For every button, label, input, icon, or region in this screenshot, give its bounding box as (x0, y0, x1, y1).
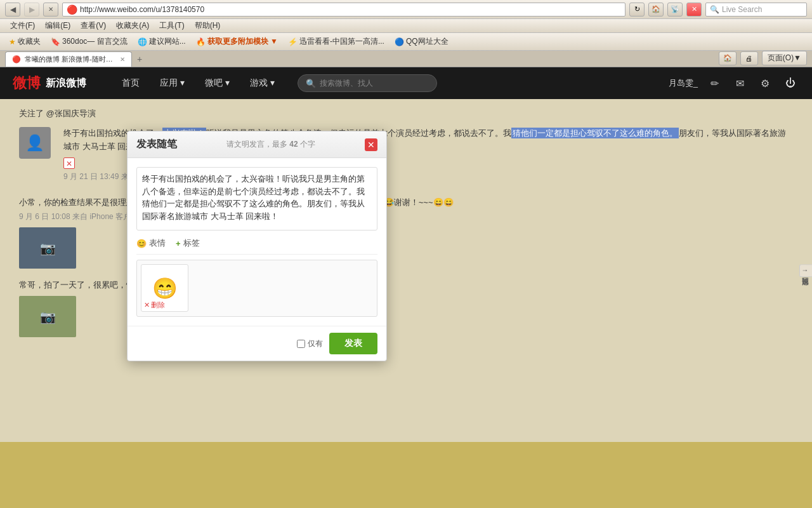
scroll-top-button[interactable]: ↑返回顶部 (799, 264, 812, 277)
bookmark-addons[interactable]: 🔥 获取更多附加模块 ▼ (192, 35, 282, 48)
browser-frame: ◀ ▶ ✕ 🔴 http://www.weibo.com/u/137814057… (0, 0, 812, 508)
menu-edit[interactable]: 编辑(E) (40, 19, 75, 32)
stop-button[interactable]: ✕ (43, 3, 58, 17)
bookmark-suggest[interactable]: 🌐 建议网站... (134, 35, 190, 48)
username: 月岛雯_ (669, 77, 698, 89)
xunlei-icon: ⚡ (288, 37, 298, 46)
modal-footer: 仅有 发表 (128, 326, 386, 361)
settings-button[interactable]: ⚙ (756, 74, 774, 92)
forward-button[interactable]: ▶ (24, 3, 39, 17)
mail-button[interactable]: ✉ (731, 74, 749, 92)
tab-favicon: 🔴 (12, 55, 21, 64)
weibo-logo: 微博 新浪微博 (13, 74, 86, 93)
menu-favorites[interactable]: 收藏夹(A) (111, 19, 154, 32)
bookmark-qq[interactable]: 🔵 QQ网址大全 (391, 35, 452, 48)
tab-close-button[interactable]: ✕ (120, 56, 125, 63)
weibo-favicon: 🔴 (67, 4, 77, 15)
bookmark-xunlei[interactable]: ⚡ 迅雷看看-中国第一高清... (284, 35, 388, 48)
search-placeholder-text: Live Search (722, 5, 762, 14)
nav-weiba[interactable]: 微吧 ▾ (195, 67, 240, 99)
emoji-item-1[interactable]: 😁 ✕ ✕ 删除 删除 (141, 264, 188, 312)
menu-view[interactable]: 查看(V) (75, 19, 111, 32)
privacy-checkbox[interactable] (297, 340, 305, 348)
menu-file[interactable]: 文件(F) (5, 19, 40, 32)
weibo-logo-icon: 微博 (13, 74, 41, 93)
modal-close-button[interactable]: ✕ (365, 138, 377, 151)
bookmark-icon-360: 🔖 (51, 37, 60, 46)
close-browser-button[interactable]: ✕ (686, 3, 702, 17)
tab-bar: 🔴 常曦的微博 新浪微博-随时随地分享身边的新... ✕ + 🏠 🖨 页面(O)… (0, 51, 812, 67)
weibo-nav: 首页 应用 ▾ 微吧 ▾ 游戏 ▾ (112, 67, 285, 99)
weibo-header: 微博 新浪微博 首页 应用 ▾ 微吧 ▾ 游戏 ▾ 🔍 搜索微博、找人 月岛雯_… (0, 67, 812, 99)
x-icon: ✕ (144, 301, 150, 309)
emoji-picker: 😁 ✕ ✕ 删除 删除 (136, 260, 377, 317)
weibo-logo-text: 新浪微博 (46, 77, 86, 90)
publish-button[interactable]: 发表 (329, 333, 377, 354)
weibo-search-placeholder: 搜索微博、找人 (320, 78, 373, 89)
weibo-search-icon: 🔍 (306, 79, 316, 88)
power-button[interactable]: ⏻ (782, 74, 799, 92)
user-area: 月岛雯_ ✏ ✉ ⚙ ⏻ (669, 74, 799, 92)
photo-thumb: 📷 (19, 227, 76, 269)
bookmarks-bar: ★ 收藏夹 🔖 360doc— 留言交流 🌐 建议网站... 🔥 获取更多附加模… (0, 33, 812, 51)
home-button[interactable]: 🏠 (648, 3, 664, 17)
address-bar[interactable]: 🔴 http://www.weibo.com/u/1378140570 (62, 3, 625, 17)
tag-button[interactable]: + 标签 (176, 237, 200, 249)
nav-home[interactable]: 首页 (112, 67, 150, 99)
fire-icon: 🔥 (196, 37, 206, 46)
qq-icon: 🔵 (395, 37, 404, 46)
new-tab-button[interactable]: + (132, 51, 147, 67)
page-button[interactable]: 页面(O)▼ (762, 51, 807, 65)
modal-header: 发表随笔 请文明发言，最多 42 个字 ✕ (128, 131, 386, 158)
emoji-button[interactable]: 😊 表情 (136, 237, 166, 249)
delete-emoji-button[interactable]: ✕ ✕ 删除 删除 (144, 300, 165, 310)
active-tab[interactable]: 🔴 常曦的微博 新浪微博-随时随地分享身边的新... ✕ (5, 51, 132, 67)
menu-tools[interactable]: 工具(T) (154, 19, 189, 32)
star-icon: ★ (9, 37, 16, 46)
tab-title: 常曦的微博 新浪微博-随时随地分享身边的新... (25, 55, 116, 64)
print-button[interactable]: 🖨 (740, 51, 758, 65)
address-text: http://www.weibo.com/u/1378140570 (80, 5, 204, 14)
back-button[interactable]: ◀ (5, 3, 20, 17)
refresh-button[interactable]: ↻ (629, 3, 645, 17)
modal-body: 终于有出国拍戏的机会了，太兴奋啦！听说我只是男主角的第八个备选，但幸运的是前七个… (128, 158, 386, 326)
modal-toolbar: 😊 表情 + 标签 (136, 232, 377, 255)
bookmark-360doc[interactable]: 🔖 360doc— 留言交流 (47, 35, 131, 48)
modal-textarea[interactable]: 终于有出国拍戏的机会了，太兴奋啦！听说我只是男主角的第八个备选，但幸运的是前七个… (136, 167, 377, 231)
title-bar: ◀ ▶ ✕ 🔴 http://www.weibo.com/u/137814057… (0, 0, 812, 19)
modal-title: 发表随笔 (136, 138, 177, 151)
nav-apps[interactable]: 应用 ▾ (150, 67, 195, 99)
feeds-button[interactable]: 📡 (667, 3, 683, 17)
nav-games[interactable]: 游戏 ▾ (240, 67, 285, 99)
weibo-search[interactable]: 🔍 搜索微博、找人 (298, 74, 437, 92)
modal-subtitle: 请文明发言，最多 42 个字 (226, 139, 315, 150)
user-avatar: 👤 (19, 127, 51, 159)
search-icon: 🔍 (710, 5, 719, 14)
bookmark-icon-suggest: 🌐 (138, 37, 147, 46)
delete-icon[interactable]: ✕ (63, 157, 75, 169)
plus-icon: + (176, 239, 181, 248)
bookmark-favorites[interactable]: ★ 收藏夹 (5, 35, 44, 48)
live-search-bar[interactable]: 🔍 Live Search (705, 3, 807, 17)
emoji-icon: 😊 (136, 239, 147, 248)
menu-bar: 文件(F) 编辑(E) 查看(V) 收藏夹(A) 工具(T) 帮助(H) (0, 19, 812, 33)
webpage-content: 微博 新浪微博 首页 应用 ▾ 微吧 ▾ 游戏 ▾ 🔍 搜索微博、找人 月岛雯_… (0, 67, 812, 508)
compose-modal: 发表随笔 请文明发言，最多 42 个字 ✕ 终于有出国拍戏的机会了，太兴奋啦！听… (127, 131, 387, 361)
follow-notice: 关注了 @张国庆导演 (19, 105, 793, 122)
emoji-grin: 😁 (152, 276, 178, 300)
home-nav-button[interactable]: 🏠 (719, 51, 737, 65)
photo-thumb-2: 📷 (19, 296, 76, 337)
compose-button[interactable]: ✏ (705, 74, 723, 92)
menu-help[interactable]: 帮助(H) (190, 19, 226, 32)
privacy-checkbox-label[interactable]: 仅有 (297, 338, 323, 349)
